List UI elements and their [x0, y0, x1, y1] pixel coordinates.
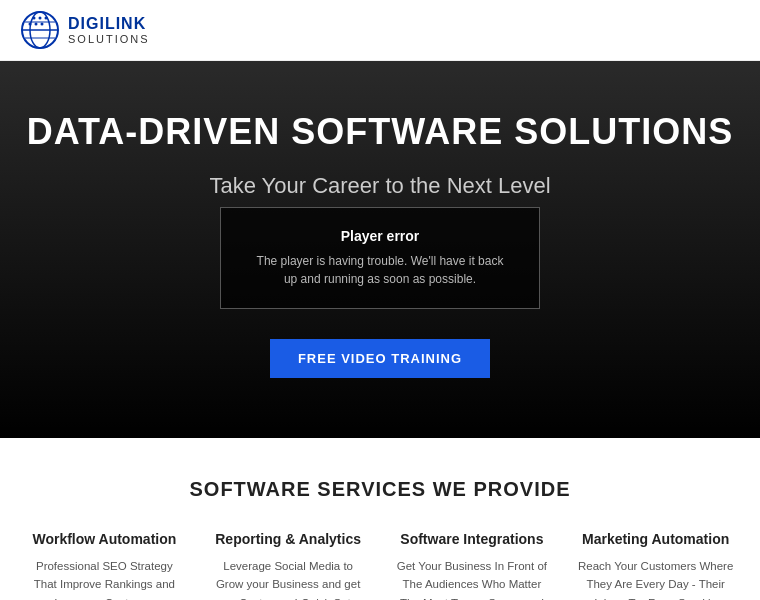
svg-point-10 — [41, 23, 44, 26]
player-error-body: The player is having trouble. We'll have… — [251, 252, 509, 288]
services-title: SOFTWARE SERVICES WE PROVIDE — [20, 478, 740, 501]
service-description: Leverage Social Media to Grow your Busin… — [209, 557, 368, 600]
service-description: Get Your Business In Front of The Audien… — [393, 557, 552, 600]
logo-brand: DIGILINK — [68, 15, 150, 33]
hero-headline: DATA-DRIVEN SOFTWARE SOLUTIONS — [20, 111, 740, 153]
service-card: Marketing AutomationReach Your Customers… — [571, 531, 740, 600]
service-title: Reporting & Analytics — [209, 531, 368, 547]
service-card: Reporting & AnalyticsLeverage Social Med… — [204, 531, 373, 600]
service-title: Marketing Automation — [576, 531, 735, 547]
service-description: Professional SEO Strategy That Improve R… — [25, 557, 184, 600]
logo-tagline: SOLUTIONS — [68, 33, 150, 45]
service-description: Reach Your Customers Where They Are Ever… — [576, 557, 735, 600]
service-title: Workflow Automation — [25, 531, 184, 547]
svg-point-6 — [39, 17, 42, 20]
svg-point-5 — [33, 17, 36, 20]
services-section: SOFTWARE SERVICES WE PROVIDE Workflow Au… — [0, 438, 760, 600]
header: DIGILINK SOLUTIONS — [0, 0, 760, 61]
logo-text: DIGILINK SOLUTIONS — [68, 15, 150, 45]
hero-section: DATA-DRIVEN SOFTWARE SOLUTIONS Take Your… — [0, 61, 760, 438]
service-card: Software IntegrationsGet Your Business I… — [388, 531, 557, 600]
player-error-title: Player error — [251, 228, 509, 244]
svg-point-9 — [35, 23, 38, 26]
svg-point-7 — [45, 17, 48, 20]
player-error-box: Player error The player is having troubl… — [220, 207, 540, 309]
cta-button[interactable]: FREE VIDEO TRAINING — [270, 339, 490, 378]
hero-subtitle: Take Your Career to the Next Level — [20, 173, 740, 199]
svg-point-8 — [29, 23, 32, 26]
logo: DIGILINK SOLUTIONS — [20, 10, 150, 50]
services-grid: Workflow AutomationProfessional SEO Stra… — [20, 531, 740, 600]
service-card: Workflow AutomationProfessional SEO Stra… — [20, 531, 189, 600]
service-title: Software Integrations — [393, 531, 552, 547]
logo-icon — [20, 10, 60, 50]
